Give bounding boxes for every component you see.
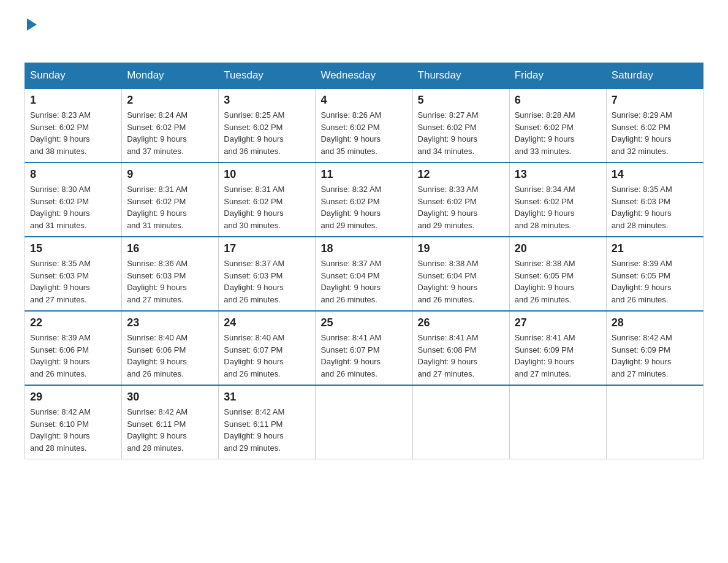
calendar-cell: 26 Sunrise: 8:41 AMSunset: 6:08 PMDaylig… <box>412 311 509 385</box>
day-info: Sunrise: 8:42 AMSunset: 6:11 PMDaylight:… <box>127 407 188 453</box>
day-number: 28 <box>612 316 698 329</box>
day-number: 5 <box>418 94 504 107</box>
calendar-cell <box>606 385 703 459</box>
calendar-cell: 15 Sunrise: 8:35 AMSunset: 6:03 PMDaylig… <box>25 237 122 311</box>
day-info: Sunrise: 8:37 AMSunset: 6:03 PMDaylight:… <box>224 259 284 304</box>
day-info: Sunrise: 8:25 AMSunset: 6:02 PMDaylight:… <box>224 110 284 156</box>
day-info: Sunrise: 8:26 AMSunset: 6:02 PMDaylight:… <box>320 110 381 156</box>
day-info: Sunrise: 8:41 AMSunset: 6:08 PMDaylight:… <box>418 333 479 378</box>
calendar-cell: 6 Sunrise: 8:28 AMSunset: 6:02 PMDayligh… <box>509 88 606 163</box>
weekday-header-row: SundayMondayTuesdayWednesdayThursdayFrid… <box>25 63 703 89</box>
calendar-cell: 3 Sunrise: 8:25 AMSunset: 6:02 PMDayligh… <box>219 88 316 163</box>
weekday-header-tuesday: Tuesday <box>219 63 316 89</box>
weekday-header-friday: Friday <box>509 63 606 89</box>
calendar-week-row: 29 Sunrise: 8:42 AMSunset: 6:10 PMDaylig… <box>25 385 703 459</box>
calendar-cell <box>316 385 412 459</box>
calendar-cell: 30 Sunrise: 8:42 AMSunset: 6:11 PMDaylig… <box>122 385 219 459</box>
calendar-cell: 20 Sunrise: 8:38 AMSunset: 6:05 PMDaylig… <box>509 237 606 311</box>
weekday-header-saturday: Saturday <box>606 63 703 89</box>
day-info: Sunrise: 8:28 AMSunset: 6:02 PMDaylight:… <box>515 110 575 156</box>
day-number: 22 <box>30 316 116 329</box>
weekday-header-wednesday: Wednesday <box>316 63 412 89</box>
day-info: Sunrise: 8:31 AMSunset: 6:02 PMDaylight:… <box>127 185 188 230</box>
day-number: 13 <box>515 168 601 181</box>
calendar-cell: 18 Sunrise: 8:37 AMSunset: 6:04 PMDaylig… <box>316 237 412 311</box>
calendar-cell: 1 Sunrise: 8:23 AMSunset: 6:02 PMDayligh… <box>25 88 122 163</box>
calendar-cell: 24 Sunrise: 8:40 AMSunset: 6:07 PMDaylig… <box>219 311 316 385</box>
day-info: Sunrise: 8:35 AMSunset: 6:03 PMDaylight:… <box>612 185 672 230</box>
day-number: 15 <box>30 242 116 255</box>
day-number: 21 <box>612 242 698 255</box>
day-info: Sunrise: 8:30 AMSunset: 6:02 PMDaylight:… <box>30 185 91 230</box>
day-number: 9 <box>127 168 213 181</box>
day-info: Sunrise: 8:42 AMSunset: 6:09 PMDaylight:… <box>612 333 672 378</box>
calendar-cell: 4 Sunrise: 8:26 AMSunset: 6:02 PMDayligh… <box>316 88 412 163</box>
calendar-cell: 2 Sunrise: 8:24 AMSunset: 6:02 PMDayligh… <box>122 88 219 163</box>
day-number: 31 <box>224 391 310 404</box>
day-number: 11 <box>320 168 407 181</box>
weekday-header-monday: Monday <box>122 63 219 89</box>
day-number: 6 <box>515 94 601 107</box>
day-number: 24 <box>224 316 310 329</box>
calendar-cell: 23 Sunrise: 8:40 AMSunset: 6:06 PMDaylig… <box>122 311 219 385</box>
day-number: 20 <box>515 242 601 255</box>
calendar-cell: 31 Sunrise: 8:42 AMSunset: 6:11 PMDaylig… <box>219 385 316 459</box>
day-info: Sunrise: 8:32 AMSunset: 6:02 PMDaylight:… <box>320 185 381 230</box>
calendar-cell: 22 Sunrise: 8:39 AMSunset: 6:06 PMDaylig… <box>25 311 122 385</box>
calendar-week-row: 8 Sunrise: 8:30 AMSunset: 6:02 PMDayligh… <box>25 163 703 237</box>
weekday-header-thursday: Thursday <box>412 63 509 89</box>
day-number: 19 <box>418 242 504 255</box>
calendar-cell: 17 Sunrise: 8:37 AMSunset: 6:03 PMDaylig… <box>219 237 316 311</box>
calendar-cell: 11 Sunrise: 8:32 AMSunset: 6:02 PMDaylig… <box>316 163 412 237</box>
day-info: Sunrise: 8:41 AMSunset: 6:07 PMDaylight:… <box>320 333 381 378</box>
page-header <box>25 18 703 50</box>
day-number: 25 <box>320 316 407 329</box>
calendar-cell: 10 Sunrise: 8:31 AMSunset: 6:02 PMDaylig… <box>219 163 316 237</box>
day-number: 30 <box>127 391 213 404</box>
calendar-week-row: 1 Sunrise: 8:23 AMSunset: 6:02 PMDayligh… <box>25 88 703 163</box>
calendar-cell: 21 Sunrise: 8:39 AMSunset: 6:05 PMDaylig… <box>606 237 703 311</box>
logo-arrow-icon <box>27 18 37 31</box>
day-info: Sunrise: 8:42 AMSunset: 6:10 PMDaylight:… <box>30 407 91 453</box>
day-info: Sunrise: 8:35 AMSunset: 6:03 PMDaylight:… <box>30 259 91 304</box>
day-info: Sunrise: 8:31 AMSunset: 6:02 PMDaylight:… <box>224 185 284 230</box>
calendar-cell: 29 Sunrise: 8:42 AMSunset: 6:10 PMDaylig… <box>25 385 122 459</box>
day-number: 17 <box>224 242 310 255</box>
calendar-cell: 12 Sunrise: 8:33 AMSunset: 6:02 PMDaylig… <box>412 163 509 237</box>
day-number: 23 <box>127 316 213 329</box>
day-info: Sunrise: 8:33 AMSunset: 6:02 PMDaylight:… <box>418 185 479 230</box>
day-number: 14 <box>612 168 698 181</box>
logo <box>25 18 38 50</box>
weekday-header-sunday: Sunday <box>25 63 122 89</box>
day-number: 8 <box>30 168 116 181</box>
day-number: 3 <box>224 94 310 107</box>
day-info: Sunrise: 8:41 AMSunset: 6:09 PMDaylight:… <box>515 333 575 378</box>
day-number: 7 <box>612 94 698 107</box>
day-info: Sunrise: 8:42 AMSunset: 6:11 PMDaylight:… <box>224 407 284 453</box>
calendar-cell: 8 Sunrise: 8:30 AMSunset: 6:02 PMDayligh… <box>25 163 122 237</box>
day-number: 16 <box>127 242 213 255</box>
day-number: 4 <box>320 94 407 107</box>
calendar-week-row: 22 Sunrise: 8:39 AMSunset: 6:06 PMDaylig… <box>25 311 703 385</box>
calendar-cell: 7 Sunrise: 8:29 AMSunset: 6:02 PMDayligh… <box>606 88 703 163</box>
day-info: Sunrise: 8:24 AMSunset: 6:02 PMDaylight:… <box>127 110 188 156</box>
calendar-cell: 28 Sunrise: 8:42 AMSunset: 6:09 PMDaylig… <box>606 311 703 385</box>
day-info: Sunrise: 8:27 AMSunset: 6:02 PMDaylight:… <box>418 110 479 156</box>
day-number: 29 <box>30 391 116 404</box>
day-info: Sunrise: 8:38 AMSunset: 6:05 PMDaylight:… <box>515 259 575 304</box>
day-info: Sunrise: 8:29 AMSunset: 6:02 PMDaylight:… <box>612 110 672 156</box>
day-info: Sunrise: 8:23 AMSunset: 6:02 PMDaylight:… <box>30 110 91 156</box>
calendar-cell: 19 Sunrise: 8:38 AMSunset: 6:04 PMDaylig… <box>412 237 509 311</box>
day-number: 12 <box>418 168 504 181</box>
day-info: Sunrise: 8:37 AMSunset: 6:04 PMDaylight:… <box>320 259 381 304</box>
logo-general-text <box>25 18 38 31</box>
calendar-cell <box>509 385 606 459</box>
day-info: Sunrise: 8:39 AMSunset: 6:06 PMDaylight:… <box>30 333 91 378</box>
day-number: 27 <box>515 316 601 329</box>
day-number: 2 <box>127 94 213 107</box>
calendar-table: SundayMondayTuesdayWednesdayThursdayFrid… <box>25 63 703 459</box>
calendar-cell: 27 Sunrise: 8:41 AMSunset: 6:09 PMDaylig… <box>509 311 606 385</box>
day-number: 18 <box>320 242 407 255</box>
calendar-week-row: 15 Sunrise: 8:35 AMSunset: 6:03 PMDaylig… <box>25 237 703 311</box>
day-info: Sunrise: 8:38 AMSunset: 6:04 PMDaylight:… <box>418 259 479 304</box>
